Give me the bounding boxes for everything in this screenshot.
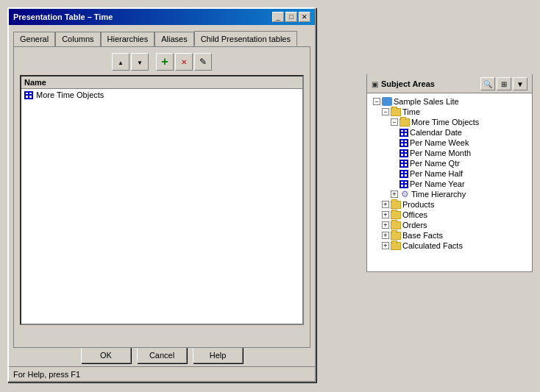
per-week-icon	[399, 139, 408, 147]
orders-folder-icon	[391, 221, 401, 229]
products-expand[interactable]: +	[382, 201, 389, 208]
tab-hierarchies[interactable]: Hierarchies	[101, 32, 155, 47]
cal-date-icon	[399, 129, 408, 137]
tree-node-offices[interactable]: + Offices	[370, 210, 529, 220]
subject-header-left: ▣ Subject Areas	[372, 79, 435, 88]
tree-node-per-name-year[interactable]: Per Name Year	[370, 179, 529, 189]
tab-columns[interactable]: Columns	[55, 32, 100, 47]
more-time-folder-icon	[399, 118, 410, 126]
tree-node-calendar-date[interactable]: Calendar Date	[370, 127, 529, 138]
tree-node-calculated-facts[interactable]: + Calculated Facts	[370, 240, 529, 251]
subject-header-tools: 🔍 ⊞ ▼	[480, 77, 527, 90]
per-year-icon	[399, 180, 408, 188]
toolbar: +	[20, 53, 304, 71]
tab-bar: General Columns Hierarchies Aliases Chil…	[13, 31, 310, 46]
list-item[interactable]: More Time Objects	[21, 89, 302, 101]
products-folder-icon	[391, 201, 401, 209]
base-facts-expand[interactable]: +	[382, 232, 389, 239]
arrow-down-icon	[137, 57, 143, 67]
base-facts-folder-icon	[391, 232, 401, 240]
more-time-expand[interactable]: −	[391, 118, 398, 126]
minimize-button[interactable]: _	[272, 12, 284, 22]
tree-node-time-hierarchy[interactable]: + ⚙ Time Hierarchy	[370, 189, 529, 199]
orders-label: Orders	[402, 221, 427, 229]
title-bar: Presentation Table – Time _ □ ✕	[9, 9, 315, 25]
dialog-content: General Columns Hierarchies Aliases Chil…	[9, 25, 315, 351]
subject-areas-panel: ▣ Subject Areas 🔍 ⊞ ▼ − Sample Sales Lit…	[366, 74, 533, 272]
delete-button[interactable]	[175, 53, 193, 71]
per-name-qtr-label: Per Name Qtr	[410, 159, 460, 168]
tree-view: − Sample Sales Lite − Time − More Time O…	[367, 93, 532, 271]
tree-node-per-name-half[interactable]: Per Name Half	[370, 168, 529, 179]
close-button[interactable]: ✕	[299, 12, 310, 22]
tab-aliases[interactable]: Aliases	[154, 32, 193, 47]
subject-search-button[interactable]: 🔍	[480, 77, 495, 90]
per-name-month-label: Per Name Month	[410, 149, 471, 157]
pencil-icon	[199, 57, 207, 67]
status-text: For Help, press F1	[13, 370, 80, 379]
status-bar: For Help, press F1	[9, 366, 315, 381]
maximize-button[interactable]: □	[285, 12, 297, 22]
offices-folder-icon	[391, 211, 401, 219]
hierarchy-icon: ⚙	[399, 190, 410, 199]
move-up-button[interactable]	[112, 53, 129, 71]
tree-node-per-name-week[interactable]: Per Name Week	[370, 138, 529, 148]
offices-label: Offices	[402, 210, 427, 219]
per-half-icon	[399, 170, 408, 178]
list-item-label: More Time Objects	[36, 90, 104, 99]
toolbar-separator	[150, 53, 154, 71]
subject-expand-button[interactable]: ⊞	[497, 77, 511, 90]
tree-node-time[interactable]: − Time	[370, 107, 529, 117]
calculated-facts-label: Calculated Facts	[402, 241, 463, 250]
tree-root[interactable]: − Sample Sales Lite	[370, 96, 529, 107]
orders-expand[interactable]: +	[382, 221, 389, 229]
tab-child-presentation-tables[interactable]: Child Presentation tables	[194, 31, 297, 46]
time-label: Time	[402, 107, 420, 116]
cancel-button[interactable]: Cancel	[137, 346, 187, 363]
base-facts-label: Base Facts	[402, 231, 443, 240]
dialog-title: Presentation Table – Time	[13, 13, 113, 21]
add-button[interactable]: +	[156, 53, 174, 71]
per-month-icon	[399, 149, 408, 157]
subject-dropdown-button[interactable]: ▼	[513, 77, 527, 90]
title-bar-buttons: _ □ ✕	[272, 12, 310, 22]
per-name-week-label: Per Name Week	[410, 138, 469, 147]
collapse-icon[interactable]: ▣	[372, 80, 378, 88]
hierarchy-expand[interactable]: +	[391, 190, 398, 198]
delete-icon	[181, 57, 187, 67]
main-dialog: Presentation Table – Time _ □ ✕ General …	[7, 7, 316, 382]
tab-content-area: + Name More Time Ob	[13, 46, 310, 348]
root-label: Sample Sales Lite	[394, 97, 459, 106]
move-down-button[interactable]	[131, 53, 149, 71]
per-name-half-label: Per Name Half	[410, 169, 463, 178]
items-list[interactable]: Name More Time Objects	[20, 75, 304, 325]
subject-areas-title: Subject Areas	[381, 79, 435, 88]
tree-node-orders[interactable]: + Orders	[370, 220, 529, 230]
subject-areas-header: ▣ Subject Areas 🔍 ⊞ ▼	[367, 75, 532, 93]
more-time-label: More Time Objects	[411, 118, 479, 126]
calendar-date-label: Calendar Date	[410, 128, 462, 137]
per-qtr-icon	[399, 160, 408, 168]
time-hierarchy-label: Time Hierarchy	[411, 190, 466, 199]
offices-expand[interactable]: +	[382, 211, 389, 218]
dialog-action-buttons: OK Cancel Help	[9, 346, 315, 363]
edit-button[interactable]	[194, 53, 212, 71]
root-expand[interactable]: −	[373, 98, 380, 105]
tree-node-per-name-qtr[interactable]: Per Name Qtr	[370, 158, 529, 168]
calc-facts-folder-icon	[391, 242, 401, 250]
ok-button[interactable]: OK	[81, 346, 131, 363]
products-label: Products	[402, 200, 434, 209]
arrow-up-icon	[118, 57, 124, 67]
per-name-year-label: Per Name Year	[410, 179, 465, 188]
list-header: Name	[21, 76, 302, 89]
tree-node-base-facts[interactable]: + Base Facts	[370, 230, 529, 240]
time-folder-icon	[391, 108, 401, 116]
help-button[interactable]: Help	[193, 346, 243, 363]
tree-node-more-time[interactable]: − More Time Objects	[370, 117, 529, 127]
tree-node-products[interactable]: + Products	[370, 199, 529, 210]
tab-general[interactable]: General	[13, 32, 55, 47]
database-icon	[382, 97, 392, 106]
time-expand[interactable]: −	[382, 108, 389, 115]
calc-facts-expand[interactable]: +	[382, 242, 389, 249]
tree-node-per-name-month[interactable]: Per Name Month	[370, 148, 529, 158]
